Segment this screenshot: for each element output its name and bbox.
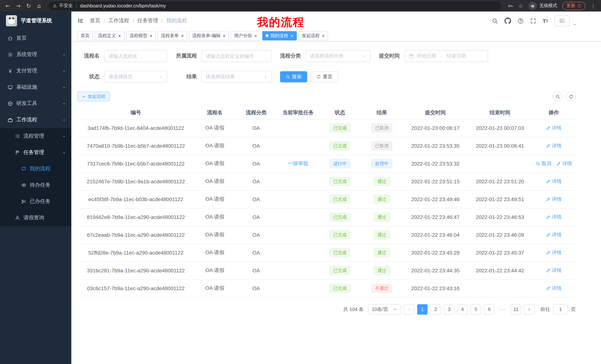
close-icon[interactable]: ×: [181, 33, 184, 38]
security-indicator[interactable]: ⚠ 不安全: [53, 3, 73, 9]
tab-start-process[interactable]: 发起流程×: [299, 31, 328, 40]
breadcrumb-home[interactable]: 首页: [90, 18, 100, 24]
page-button-1[interactable]: 1: [417, 304, 428, 315]
close-icon[interactable]: ×: [118, 33, 121, 38]
detail-link[interactable]: 详情: [546, 125, 562, 131]
process-name-input[interactable]: [109, 53, 163, 59]
detail-link[interactable]: 详情: [546, 285, 562, 292]
process-category-select[interactable]: 请选择流程分类: [305, 50, 371, 62]
page-button-6[interactable]: 6: [484, 304, 494, 315]
tab-process-definition[interactable]: 流程定义×: [95, 31, 124, 40]
result-select[interactable]: 请选择流结果: [201, 71, 272, 83]
more-pages-button[interactable]: ···: [497, 304, 508, 315]
tabs-bar: 首页 流程定义× 流程模型× 流程表单× 流程表单-编辑× 用户分组× 我的流程…: [71, 30, 601, 42]
sidebar-item-workflow[interactable]: 工作流程: [0, 112, 71, 128]
avatar-caret-icon[interactable]: [573, 23, 576, 26]
close-icon[interactable]: ×: [322, 33, 325, 38]
list-icon: [15, 134, 20, 139]
tab-home[interactable]: 首页: [77, 31, 93, 40]
avatar[interactable]: [555, 15, 570, 26]
result-badge: 通过: [374, 177, 390, 186]
filter-process-category: 流程分类 请选择流程分类: [280, 50, 371, 62]
forward-icon[interactable]: →: [14, 2, 22, 10]
close-icon[interactable]: ×: [150, 33, 152, 38]
browser-home-icon[interactable]: ⌂: [35, 2, 43, 10]
chevron-up-icon: [62, 118, 66, 122]
sidebar-item-home[interactable]: 首页: [0, 30, 71, 46]
sidebar-item-leave-query[interactable]: 请假查询: [0, 210, 71, 226]
table-row: 2152467e-7b9b-11ec-9a1b-acde48001122 OA …: [77, 172, 576, 190]
detail-link[interactable]: 详情: [556, 160, 572, 167]
tab-user-group[interactable]: 用户分组×: [231, 31, 260, 40]
page-button-2[interactable]: 2: [431, 304, 441, 315]
help-icon[interactable]: [517, 18, 523, 24]
filter-result: 结果 请选择流结果: [175, 71, 272, 83]
detail-link[interactable]: 详情: [546, 196, 562, 203]
address-bar[interactable]: ⚠ 不安全 dashboard.yudao.iocoder.cn/bpm/tas…: [48, 1, 501, 10]
detail-link[interactable]: 详情: [546, 249, 562, 256]
tab-process-form[interactable]: 流程表单×: [158, 31, 187, 40]
page-button-last[interactable]: 11: [511, 304, 521, 315]
date-range-picker[interactable]: 开始日期 - 结束日期: [404, 50, 488, 62]
bookmark-star-icon[interactable]: ☆: [517, 2, 525, 10]
reset-button[interactable]: 重置: [311, 71, 338, 82]
result-badge: 已取消: [371, 141, 392, 150]
chevron-down-icon: [362, 54, 366, 58]
next-page-button[interactable]: ›: [524, 304, 534, 315]
pagination: 共 104 条 10条/页 ‹ 1 2 3 4 5 6 ··· 11 › 前往 …: [77, 304, 576, 315]
back-icon[interactable]: ←: [4, 2, 12, 10]
breadcrumb-task-mgmt[interactable]: 任务管理: [137, 18, 158, 24]
passwords-key-icon[interactable]: [506, 2, 514, 10]
sidebar-item-todo-tasks[interactable]: 待办任务: [0, 177, 71, 193]
process-definition-input[interactable]: [206, 53, 267, 59]
sidebar-item-system[interactable]: 系统管理: [0, 46, 71, 63]
refresh-table-icon[interactable]: [566, 92, 576, 101]
sidebar-item-devtools[interactable]: 研发工具: [0, 95, 71, 112]
browser-menu-icon[interactable]: ⋮: [589, 2, 597, 10]
detail-link[interactable]: 详情: [546, 143, 562, 149]
tab-process-model[interactable]: 流程模型×: [126, 31, 156, 40]
collapse-sidebar-icon[interactable]: [77, 18, 84, 24]
table-toolbar: 发起流程: [77, 92, 576, 101]
goto-page-input[interactable]: [553, 304, 568, 315]
status-select[interactable]: 请选择状态: [104, 71, 167, 83]
page-button-5[interactable]: 5: [471, 304, 481, 315]
search-button[interactable]: 搜索: [280, 71, 307, 82]
sidebar-item-my-process[interactable]: 我的流程: [0, 161, 71, 177]
detail-link[interactable]: 详情: [546, 267, 562, 274]
page-size-select[interactable]: 10条/页: [368, 304, 401, 315]
reload-icon[interactable]: ↻: [25, 2, 33, 10]
detail-link[interactable]: 详情: [546, 214, 562, 220]
start-process-button[interactable]: 发起流程: [77, 92, 110, 101]
close-icon[interactable]: ×: [290, 33, 293, 38]
detail-link[interactable]: 详情: [546, 231, 562, 238]
tab-my-process[interactable]: 我的流程×: [262, 31, 297, 40]
breadcrumb-workflow[interactable]: 工作流程: [109, 18, 129, 24]
scissors-icon: [21, 199, 26, 204]
sidebar-item-task-mgmt[interactable]: 任务管理: [0, 144, 71, 161]
page-button-3[interactable]: 3: [444, 304, 454, 315]
update-button[interactable]: 更新: [562, 2, 585, 10]
status-badge: 已完成: [330, 230, 350, 239]
cancel-link[interactable]: 取消: [536, 160, 551, 167]
show-search-icon[interactable]: [553, 92, 562, 101]
tab-process-form-edit[interactable]: 流程表单-编辑×: [189, 31, 229, 40]
prev-page-button[interactable]: ‹: [404, 304, 414, 315]
close-icon[interactable]: ×: [254, 33, 257, 38]
chevron-down-icon: [62, 69, 66, 73]
sidebar-item-payment[interactable]: 支付管理: [0, 63, 71, 79]
topbar-actions: TT: [492, 15, 595, 26]
current-task-link[interactable]: 一级审批: [288, 160, 309, 166]
github-icon[interactable]: [504, 18, 511, 24]
page-button-4[interactable]: 4: [457, 304, 468, 315]
chevron-down-icon: [62, 85, 66, 89]
sidebar-item-process-mgmt[interactable]: 流程管理: [0, 128, 71, 144]
font-size-icon[interactable]: TT: [542, 18, 548, 24]
close-icon[interactable]: ×: [223, 33, 226, 38]
sidebar-item-infra[interactable]: 基础设施: [0, 79, 71, 95]
search-icon[interactable]: [492, 18, 498, 24]
sidebar-item-done-tasks[interactable]: 已办任务: [0, 193, 71, 210]
status-badge: 进行中: [330, 159, 350, 168]
fullscreen-icon[interactable]: [530, 18, 536, 24]
detail-link[interactable]: 详情: [546, 178, 562, 185]
